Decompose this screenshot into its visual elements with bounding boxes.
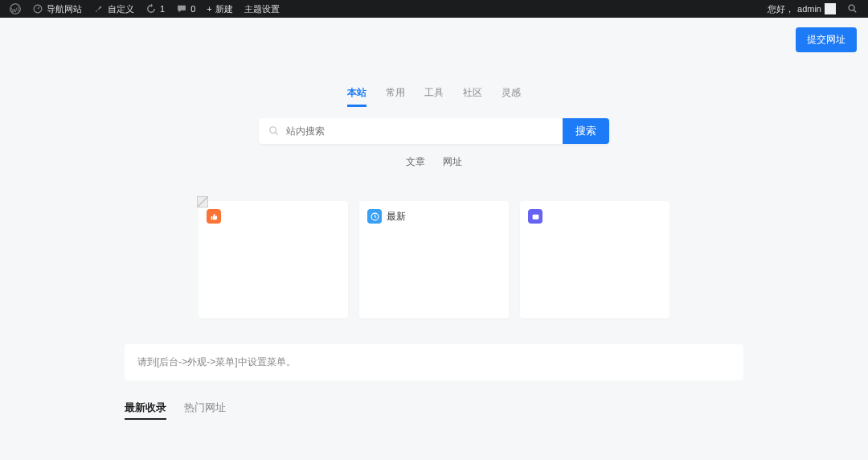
clock-icon bbox=[367, 209, 382, 224]
greeting-text: 您好， bbox=[768, 3, 794, 15]
search-toggle[interactable] bbox=[842, 3, 863, 14]
search-input[interactable] bbox=[286, 118, 553, 144]
menu-notice: 请到[后台->外观->菜单]中设置菜单。 bbox=[125, 344, 743, 380]
sub-tab-articles[interactable]: 文章 bbox=[406, 155, 425, 169]
svg-point-2 bbox=[849, 5, 854, 10]
search-button[interactable]: 搜索 bbox=[563, 118, 609, 144]
plus-icon: + bbox=[207, 4, 211, 14]
avatar bbox=[825, 3, 836, 14]
comment-icon bbox=[176, 3, 187, 14]
update-icon bbox=[145, 3, 157, 14]
broken-image-icon bbox=[197, 196, 208, 207]
cards-row: 最新 bbox=[0, 201, 868, 318]
dashboard-icon bbox=[32, 3, 43, 14]
wp-logo[interactable] bbox=[5, 3, 26, 14]
admin-item-label: 1 bbox=[160, 4, 165, 14]
site-name-link[interactable]: 导航网站 bbox=[27, 3, 87, 15]
notice-text: 请到[后台->外观->菜单]中设置菜单。 bbox=[137, 356, 296, 368]
admin-item-label: 导航网站 bbox=[47, 3, 82, 15]
section-tab-latest[interactable]: 最新收录 bbox=[125, 401, 166, 420]
submit-url-button[interactable]: 提交网址 bbox=[796, 27, 857, 52]
customize-link[interactable]: 自定义 bbox=[88, 3, 139, 15]
engine-tab-community[interactable]: 社区 bbox=[463, 86, 482, 107]
admin-item-label: 新建 bbox=[215, 3, 233, 15]
search-icon bbox=[847, 3, 858, 14]
section-tab-popular[interactable]: 热门网址 bbox=[184, 401, 226, 420]
sub-tabs: 文章 网址 bbox=[406, 155, 462, 169]
section-tabs: 最新收录 热门网址 bbox=[125, 401, 743, 420]
brush-icon bbox=[93, 3, 104, 14]
thumbs-up-icon bbox=[207, 209, 221, 224]
search-bar: 搜索 bbox=[259, 118, 609, 144]
card-hot bbox=[199, 201, 348, 318]
engine-tab-inspiration[interactable]: 灵感 bbox=[502, 86, 521, 107]
wordpress-icon bbox=[10, 3, 21, 14]
card-widget bbox=[520, 201, 669, 318]
user-greeting[interactable]: 您好， admin bbox=[763, 3, 841, 15]
engine-tabs: 本站 常用 工具 社区 灵感 bbox=[347, 86, 521, 107]
comments-link[interactable]: 0 bbox=[171, 3, 200, 14]
sub-tab-urls[interactable]: 网址 bbox=[443, 155, 462, 169]
engine-tab-tools[interactable]: 工具 bbox=[424, 86, 444, 107]
search-icon bbox=[268, 125, 280, 137]
engine-tab-common[interactable]: 常用 bbox=[386, 86, 405, 107]
window-icon bbox=[528, 209, 542, 224]
admin-item-label: 主题设置 bbox=[244, 3, 280, 15]
card-title: 最新 bbox=[387, 210, 406, 224]
admin-item-label: 自定义 bbox=[108, 3, 134, 15]
admin-bar: 导航网站 自定义 1 0 + 新建 主题设置 您好， admin bbox=[0, 0, 868, 18]
updates-link[interactable]: 1 bbox=[141, 3, 170, 14]
svg-rect-5 bbox=[532, 214, 538, 219]
new-content-link[interactable]: + 新建 bbox=[202, 3, 237, 15]
engine-tab-site[interactable]: 本站 bbox=[347, 86, 366, 107]
username-text: admin bbox=[797, 4, 821, 14]
card-latest: 最新 bbox=[359, 201, 509, 318]
svg-point-3 bbox=[270, 127, 276, 133]
theme-settings-link[interactable]: 主题设置 bbox=[240, 3, 285, 15]
admin-item-label: 0 bbox=[190, 4, 195, 14]
